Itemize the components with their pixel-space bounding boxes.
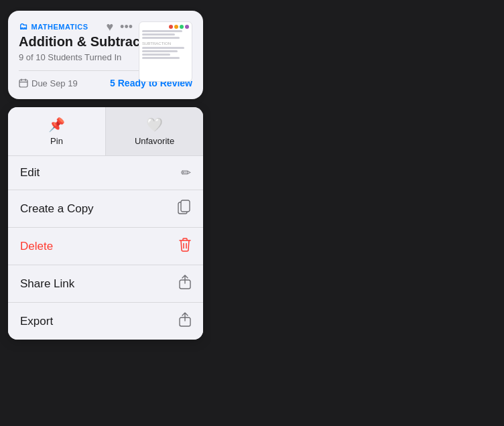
calendar-icon <box>19 78 28 88</box>
edit-icon: ✏ <box>181 165 191 180</box>
delete-icon <box>179 237 191 255</box>
due-date: Due Sep 19 <box>19 78 78 88</box>
pin-button[interactable]: 📌 Pin <box>8 107 106 155</box>
svg-rect-0 <box>19 80 27 87</box>
share-link-menu-item[interactable]: Share Link <box>8 265 203 303</box>
menu-top-row: 📌 Pin 🤍 Unfavorite <box>8 107 203 156</box>
left-panel: ♥ ••• 🗂 MATHEMATICS Addition & Subtracti… <box>0 0 211 426</box>
edit-menu-item[interactable]: Edit ✏ <box>8 156 203 190</box>
unfavorite-icon: 🤍 <box>146 117 163 133</box>
copy-icon <box>178 200 191 218</box>
context-menu: 📌 Pin 🤍 Unfavorite Edit ✏ Create a Copy <box>8 107 203 340</box>
edit-label: Edit <box>20 166 40 180</box>
delete-label: Delete <box>20 240 53 253</box>
create-copy-menu-item[interactable]: Create a Copy <box>8 190 203 228</box>
subject-icon: 🗂 <box>19 21 28 31</box>
pin-icon: 📌 <box>48 117 65 133</box>
svg-rect-5 <box>181 200 190 212</box>
export-label: Export <box>20 315 53 328</box>
export-icon <box>179 312 191 330</box>
create-copy-label: Create a Copy <box>20 202 94 216</box>
unfavorite-button[interactable]: 🤍 Unfavorite <box>106 107 203 155</box>
pin-label: Pin <box>50 136 63 146</box>
due-date-text: Due Sep 19 <box>32 78 78 88</box>
share-icon <box>179 275 191 293</box>
right-panel <box>211 0 504 426</box>
favorite-icon[interactable]: ♥ <box>106 20 113 34</box>
export-menu-item[interactable]: Export <box>8 303 203 340</box>
assignment-thumbnail: SUBTRACTION <box>139 21 192 82</box>
share-link-label: Share Link <box>20 277 74 291</box>
delete-menu-item[interactable]: Delete <box>8 228 203 265</box>
subject-text: MATHEMATICS <box>32 23 88 31</box>
unfavorite-label: Unfavorite <box>135 136 174 146</box>
assignment-card: ♥ ••• 🗂 MATHEMATICS Addition & Subtracti… <box>8 11 203 99</box>
more-icon[interactable]: ••• <box>120 20 133 34</box>
card-action-bar: ♥ ••• <box>106 20 133 34</box>
